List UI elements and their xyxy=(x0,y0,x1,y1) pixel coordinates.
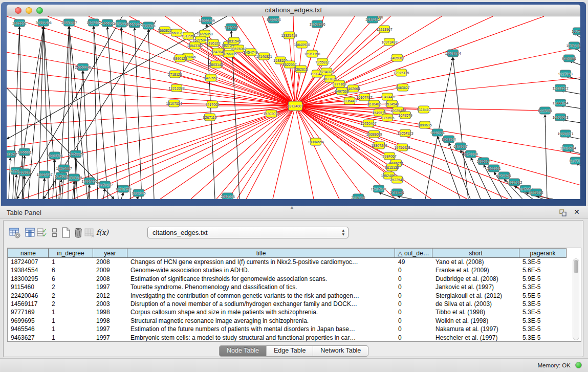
table-cell[interactable]: 5.3E-5 xyxy=(519,258,567,266)
table-cell[interactable]: 0 xyxy=(395,283,432,291)
function-builder-icon[interactable]: f(x) xyxy=(96,228,108,236)
table-row[interactable]: 977716911998Corpus callosum shape and si… xyxy=(8,308,581,316)
table-cell[interactable]: 9465546 xyxy=(8,325,49,333)
table-cell[interactable]: 5.3E-5 xyxy=(519,325,567,333)
table-settings-icon[interactable] xyxy=(9,227,21,239)
table-row[interactable]: 1938455462009Genome-wide association stu… xyxy=(8,266,581,274)
table-cell[interactable]: Estimation of significance thresholds fo… xyxy=(127,275,395,283)
table-cell[interactable]: 19384554 xyxy=(8,266,49,274)
table-cell[interactable]: Hescheler et al. (1997) xyxy=(432,334,519,342)
table-cell[interactable]: Embryonic stem cells: a model to study s… xyxy=(127,334,395,342)
table-cell[interactable]: Dudbridge et al. (2008) xyxy=(432,275,519,283)
tab-network-table[interactable]: Network Table xyxy=(313,346,368,356)
table-cell[interactable]: Yano et al. (2008) xyxy=(432,258,519,266)
table-cell[interactable]: 5.6E-5 xyxy=(519,266,567,274)
table-cell[interactable]: 0 xyxy=(395,300,432,308)
table-cell[interactable]: 0 xyxy=(395,325,432,333)
table-cell[interactable]: 1998 xyxy=(93,317,127,325)
table-cell[interactable]: 1 xyxy=(49,334,93,342)
split-pane-handle[interactable]: ▲ xyxy=(290,205,294,210)
table-cell[interactable]: 2012 xyxy=(93,292,127,300)
network-graph-canvas[interactable]: 7663822966012859129541822605816275049165… xyxy=(7,16,580,199)
table-cell[interactable]: 5.3E-5 xyxy=(519,317,567,325)
table-cell[interactable]: 5.3E-5 xyxy=(519,334,567,342)
table-cell[interactable]: 6 xyxy=(49,266,93,274)
table-cell[interactable]: 5.9E-5 xyxy=(519,275,567,283)
table-cell[interactable]: Tourette syndrome. Phenomenology and cla… xyxy=(127,283,395,291)
table-cell[interactable]: Disruption of a novel member of a sodium… xyxy=(127,300,395,308)
table-cell[interactable]: Franke et al. (2009) xyxy=(432,266,519,274)
table-cell[interactable]: Corpus callosum shape and size in male p… xyxy=(127,308,395,316)
table-row[interactable]: 1872400712008Changes of HCN gene express… xyxy=(8,258,581,266)
table-cell[interactable]: 2008 xyxy=(93,258,127,266)
citation-network-graph[interactable]: 7663822966012859129541822605816275049165… xyxy=(7,16,580,199)
window-titlebar[interactable]: citations_edges.txt xyxy=(7,5,580,16)
table-row[interactable]: 969969511998Structural magnetic resonanc… xyxy=(8,317,581,325)
table-cell[interactable]: 0 xyxy=(395,292,432,300)
table-cell[interactable]: Jankovic et al. (1997) xyxy=(432,283,519,291)
tab-edge-table[interactable]: Edge Table xyxy=(267,346,313,356)
table-row[interactable]: 911546021997Tourette syndrome. Phenomeno… xyxy=(8,283,581,291)
select-columns-icon[interactable] xyxy=(24,227,36,239)
table-cell[interactable]: 14569117 xyxy=(8,300,49,308)
column-header-pagerank[interactable]: pagerank xyxy=(519,248,567,258)
table-cell[interactable]: Tibbo et al. (1998) xyxy=(432,308,519,316)
table-cell[interactable]: 2 xyxy=(49,283,93,291)
table-cell[interactable]: 1 xyxy=(49,317,93,325)
table-cell[interactable]: 5.3E-5 xyxy=(519,300,567,308)
table-row[interactable]: 1830029562008Estimation of significance … xyxy=(8,275,581,283)
table-cell[interactable]: Changes of HCN gene expression and I(f) … xyxy=(127,258,395,266)
table-row[interactable]: 2242004622012Investigating the contribut… xyxy=(8,292,581,300)
table-cell[interactable]: 0 xyxy=(395,308,432,316)
table-cell[interactable]: 1 xyxy=(49,258,93,266)
delete-trash-icon[interactable] xyxy=(72,227,84,239)
table-cell[interactable]: 0 xyxy=(395,266,432,274)
table-cell[interactable]: 1997 xyxy=(93,283,127,291)
table-cell[interactable]: 2008 xyxy=(93,275,127,283)
table-cell[interactable]: 2 xyxy=(49,300,93,308)
table-cell[interactable]: 9699695 xyxy=(8,317,49,325)
table-cell[interactable]: 2 xyxy=(49,292,93,300)
table-cell[interactable]: 0 xyxy=(395,275,432,283)
table-cell[interactable]: Genome-wide association studies in ADHD. xyxy=(127,266,395,274)
table-cell[interactable]: 2003 xyxy=(93,300,127,308)
tab-node-table[interactable]: Node Table xyxy=(220,346,267,356)
table-cell[interactable]: 5.3E-5 xyxy=(519,283,567,291)
table-cell[interactable]: 1997 xyxy=(93,325,127,333)
scrollbar-thumb[interactable] xyxy=(574,260,578,273)
memory-status-indicator[interactable] xyxy=(575,362,582,368)
row-options-icon[interactable] xyxy=(49,227,61,239)
column-header-title[interactable]: title xyxy=(127,248,395,258)
float-panel-icon[interactable] xyxy=(559,209,567,216)
table-cell[interactable]: Stergiakouli et al. (2012) xyxy=(432,292,519,300)
table-cell[interactable]: 22420046 xyxy=(8,292,49,300)
table-row[interactable]: 946554611997Estimation of the future num… xyxy=(8,325,581,333)
node-attribute-table[interactable]: namein_degreeyeartitle△ out_de…shortpage… xyxy=(7,248,581,342)
column-header-short[interactable]: short xyxy=(432,248,519,258)
table-cell[interactable]: 9115460 xyxy=(8,283,49,291)
table-cell[interactable]: 1997 xyxy=(93,334,127,342)
column-header-out_de[interactable]: △ out_de… xyxy=(395,248,432,258)
table-cell[interactable]: 2009 xyxy=(93,266,127,274)
table-cell[interactable]: 1 xyxy=(49,308,93,316)
table-cell[interactable]: 1998 xyxy=(93,308,127,316)
table-cell[interactable]: 0 xyxy=(395,334,432,342)
table-row[interactable]: 1456911722003Disruption of a novel membe… xyxy=(8,300,581,308)
table-cell[interactable]: 9463627 xyxy=(8,334,49,342)
table-cell[interactable]: 5.3E-5 xyxy=(519,308,567,316)
new-table-icon[interactable] xyxy=(60,227,72,239)
table-vertical-scrollbar[interactable] xyxy=(573,258,579,340)
column-header-name[interactable]: name xyxy=(8,248,49,258)
table-cell[interactable]: 18300295 xyxy=(8,275,49,283)
table-cell[interactable]: 18724007 xyxy=(8,258,49,266)
table-cell[interactable]: 6 xyxy=(49,275,93,283)
table-cell[interactable]: Investigating the contribution of common… xyxy=(127,292,395,300)
table-selector-dropdown[interactable]: citations_edges.txt ▲▼ xyxy=(147,227,349,238)
close-panel-icon[interactable]: ✕ xyxy=(574,208,580,216)
table-row[interactable]: 946362711997Embryonic stem cells: a mode… xyxy=(8,334,581,342)
table-cell[interactable]: de Silva et al. (2003) xyxy=(432,300,519,308)
table-cell[interactable]: Wolkin et al. (1998) xyxy=(432,317,519,325)
column-header-in_degree[interactable]: in_degree xyxy=(49,248,93,258)
combo-stepper-arrows[interactable]: ▲▼ xyxy=(342,228,344,236)
table-cell[interactable]: Structural magnetic resonance image aver… xyxy=(127,317,395,325)
